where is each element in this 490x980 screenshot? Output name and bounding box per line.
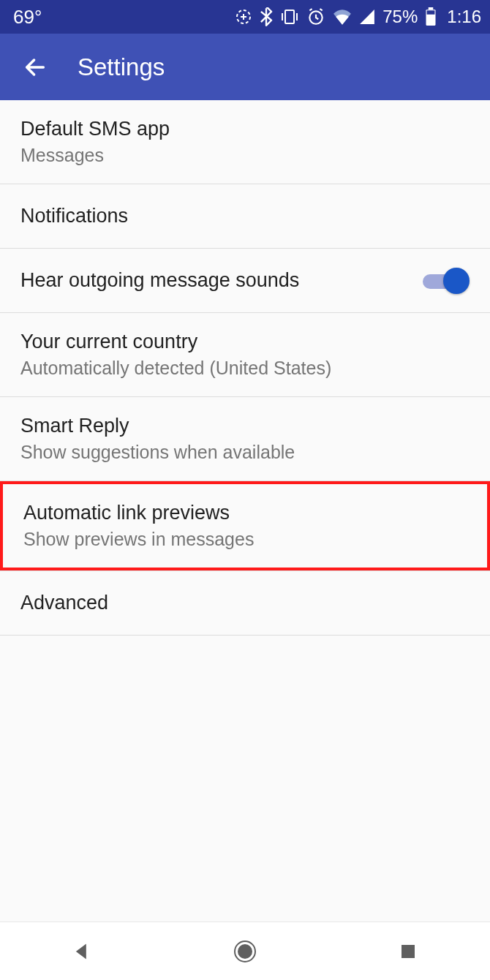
nav-recents-button[interactable] [364, 943, 452, 960]
svg-point-9 [238, 944, 252, 959]
setting-title: Automatic link previews [23, 502, 254, 524]
setting-advanced[interactable]: Advanced [0, 571, 490, 636]
svg-rect-7 [427, 10, 435, 14]
svg-rect-10 [402, 945, 415, 958]
setting-subtitle: Automatically detected (United States) [20, 358, 331, 379]
toggle-thumb [443, 268, 470, 294]
setting-title: Smart Reply [20, 415, 295, 437]
bluetooth-icon [260, 7, 273, 26]
highlight-annotation: Automatic link previews Show previews in… [0, 481, 490, 570]
temperature-indicator: 69° [13, 6, 42, 29]
svg-rect-1 [285, 10, 294, 23]
setting-title: Hear outgoing message sounds [20, 266, 299, 295]
vibrate-icon [280, 8, 299, 26]
page-title: Settings [78, 53, 165, 81]
svg-rect-2 [282, 13, 283, 20]
setting-country[interactable]: Your current country Automatically detec… [0, 313, 490, 397]
data-saver-icon [235, 8, 252, 26]
system-nav-bar [0, 921, 490, 980]
battery-percent: 75% [382, 7, 418, 27]
setting-title: Advanced [20, 589, 108, 617]
svg-rect-6 [429, 7, 434, 10]
outgoing-sounds-toggle[interactable] [423, 268, 470, 294]
setting-subtitle: Messages [20, 145, 170, 166]
wifi-icon [333, 9, 352, 25]
nav-home-button[interactable] [201, 939, 289, 964]
nav-back-button[interactable] [38, 941, 126, 962]
status-icons: 75% 1:16 [235, 7, 481, 27]
setting-title: Default SMS app [20, 118, 170, 140]
setting-link-previews[interactable]: Automatic link previews Show previews in… [3, 484, 487, 568]
setting-smart-reply[interactable]: Smart Reply Show suggestions when availa… [0, 397, 490, 481]
setting-outgoing-sounds[interactable]: Hear outgoing message sounds [0, 249, 490, 313]
setting-subtitle: Show previews in messages [23, 529, 254, 550]
setting-subtitle: Show suggestions when available [20, 442, 295, 463]
back-button[interactable] [20, 53, 50, 82]
settings-list: Default SMS app Messages Notifications H… [0, 100, 490, 921]
setting-title: Your current country [20, 331, 331, 353]
setting-title: Notifications [20, 202, 128, 230]
svg-rect-3 [296, 13, 298, 20]
alarm-icon [306, 7, 325, 26]
setting-notifications[interactable]: Notifications [0, 184, 490, 249]
clock-text: 1:16 [447, 7, 481, 27]
battery-icon [425, 7, 437, 26]
app-bar: Settings [0, 34, 490, 100]
setting-default-sms[interactable]: Default SMS app Messages [0, 100, 490, 184]
status-bar: 69° 75% 1:16 [0, 0, 490, 34]
cell-signal-icon [359, 9, 375, 25]
